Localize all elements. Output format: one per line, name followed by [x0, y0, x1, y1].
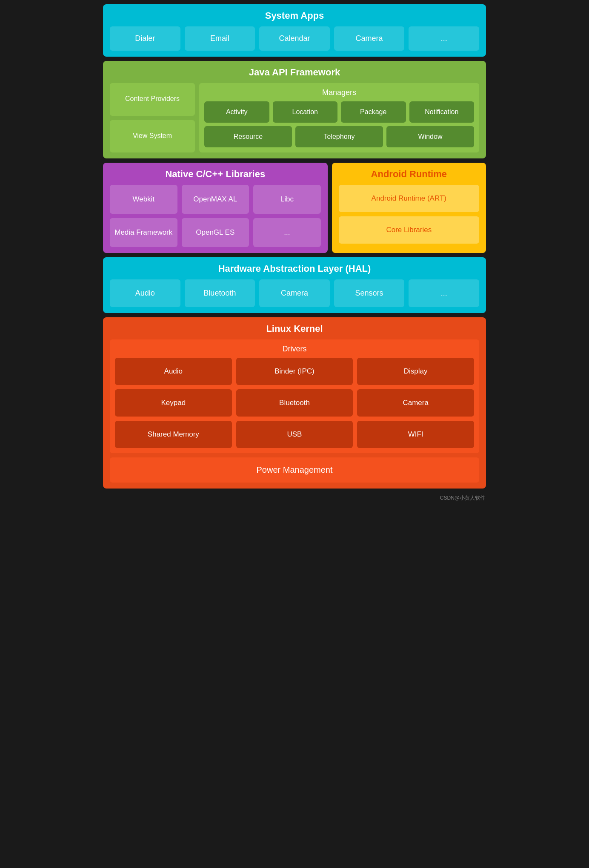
- java-api-layer: Java API Framework Content Providers Vie…: [103, 61, 486, 158]
- hal-layer: Hardware Abstraction Layer (HAL) Audio B…: [103, 257, 486, 313]
- android-runtime-layer: Android Runtime Android Runtime (ART) Co…: [332, 163, 486, 253]
- manager-activity: Activity: [204, 101, 269, 123]
- driver-camera: Camera: [357, 389, 474, 417]
- manager-resource: Resource: [204, 126, 292, 147]
- manager-window: Window: [386, 126, 474, 147]
- native-libs-title: Native C/C++ Libraries: [110, 169, 321, 180]
- java-api-left: Content Providers View System: [110, 83, 195, 152]
- app-calendar: Calendar: [259, 26, 330, 51]
- linux-kernel-layer: Linux Kernel Drivers Audio Binder (IPC) …: [103, 317, 486, 489]
- view-system: View System: [110, 120, 195, 153]
- app-email: Email: [185, 26, 255, 51]
- hal-cards: Audio Bluetooth Camera Sensors ...: [110, 279, 479, 307]
- core-libraries-card: Core Libraries: [339, 216, 479, 244]
- manager-location: Location: [273, 101, 338, 123]
- power-management: Power Management: [110, 457, 479, 483]
- managers-title: Managers: [204, 88, 474, 97]
- native-runtime-row: Native C/C++ Libraries Webkit OpenMAX AL…: [103, 163, 486, 253]
- native-media-framework: Media Framework: [110, 218, 177, 247]
- hal-camera: Camera: [259, 279, 330, 307]
- content-providers: Content Providers: [110, 83, 195, 116]
- driver-wifi: WIFI: [357, 421, 474, 448]
- managers-box: Managers Activity Location Package Notif…: [199, 83, 479, 152]
- driver-binder: Binder (IPC): [236, 358, 353, 385]
- native-webkit: Webkit: [110, 185, 177, 214]
- art-card: Android Runtime (ART): [339, 185, 479, 212]
- app-more: ...: [409, 26, 479, 51]
- manager-notification: Notification: [409, 101, 475, 123]
- java-api-title: Java API Framework: [110, 67, 479, 78]
- driver-display: Display: [357, 358, 474, 385]
- native-opengl: OpenGL ES: [182, 218, 249, 247]
- native-grid: Webkit OpenMAX AL Libc Media Framework O…: [110, 185, 321, 247]
- watermark: CSDN@小黄人软件: [103, 493, 486, 503]
- driver-usb: USB: [236, 421, 353, 448]
- drivers-grid: Audio Binder (IPC) Display Keypad Blueto…: [115, 358, 474, 448]
- managers-grid-row2: Resource Telephony Window: [204, 126, 474, 147]
- native-libs-layer: Native C/C++ Libraries Webkit OpenMAX AL…: [103, 163, 328, 253]
- drivers-title: Drivers: [115, 345, 474, 354]
- driver-keypad: Keypad: [115, 389, 232, 417]
- manager-telephony: Telephony: [295, 126, 383, 147]
- hal-audio: Audio: [110, 279, 180, 307]
- driver-bluetooth: Bluetooth: [236, 389, 353, 417]
- driver-shared-memory: Shared Memory: [115, 421, 232, 448]
- linux-kernel-title: Linux Kernel: [110, 323, 479, 334]
- app-camera: Camera: [334, 26, 405, 51]
- system-apps-title: System Apps: [110, 10, 479, 21]
- native-more: ...: [253, 218, 321, 247]
- manager-package: Package: [341, 101, 406, 123]
- android-architecture-diagram: System Apps Dialer Email Calendar Camera…: [103, 4, 486, 503]
- system-apps-layer: System Apps Dialer Email Calendar Camera…: [103, 4, 486, 57]
- app-dialer: Dialer: [110, 26, 180, 51]
- driver-audio: Audio: [115, 358, 232, 385]
- hal-sensors: Sensors: [334, 279, 405, 307]
- hal-title: Hardware Abstraction Layer (HAL): [110, 263, 479, 274]
- native-openmax: OpenMAX AL: [182, 185, 249, 214]
- drivers-box: Drivers Audio Binder (IPC) Display Keypa…: [110, 339, 479, 453]
- hal-more: ...: [409, 279, 479, 307]
- native-libc: Libc: [253, 185, 321, 214]
- java-api-inner: Content Providers View System Managers A…: [110, 83, 479, 152]
- android-runtime-title: Android Runtime: [339, 169, 479, 180]
- managers-grid-row1: Activity Location Package Notification: [204, 101, 474, 123]
- hal-bluetooth: Bluetooth: [185, 279, 255, 307]
- system-apps-cards: Dialer Email Calendar Camera ...: [110, 26, 479, 51]
